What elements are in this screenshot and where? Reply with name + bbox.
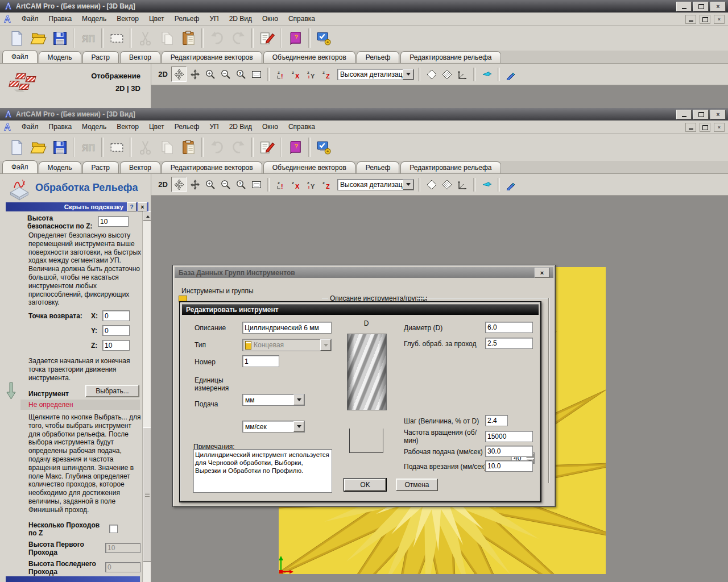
axis-icon-3-button[interactable] <box>304 177 318 192</box>
zoom-fit-button[interactable] <box>249 177 263 192</box>
tab-vector[interactable]: Вектор <box>120 51 160 63</box>
tab-relief-editing[interactable]: Редактирование рельефа <box>400 161 500 173</box>
undo-button[interactable] <box>206 27 228 49</box>
mdi-restore-button[interactable] <box>700 15 710 24</box>
tool-database-dialog-titlebar[interactable]: База Данных Групп Инструментов <box>175 267 553 278</box>
mdi-restore-button[interactable] <box>700 123 710 132</box>
hide-hint-label[interactable]: Скрыть подсказку <box>6 203 127 210</box>
tab-relief[interactable]: Рельеф <box>357 51 400 63</box>
menu-file[interactable]: Файл <box>16 14 44 24</box>
paste-button[interactable] <box>177 136 199 158</box>
menu-window[interactable]: Окно <box>257 122 283 132</box>
diamond-button[interactable] <box>424 177 439 192</box>
tab-relief[interactable]: Рельеф <box>357 161 400 173</box>
cut-button[interactable] <box>134 27 156 49</box>
maximize-button[interactable] <box>693 2 709 11</box>
panel-2d-3d-toggle[interactable]: 2D | 3D <box>115 84 140 93</box>
options-button[interactable] <box>313 27 334 49</box>
menu-toolpaths[interactable]: УП <box>204 122 224 132</box>
tab-file[interactable]: Файл <box>2 160 38 173</box>
menu-2d-view[interactable]: 2D Вид <box>224 122 257 132</box>
pan-button[interactable] <box>171 66 187 82</box>
close-button[interactable]: × <box>535 268 549 278</box>
tab-raster[interactable]: Растр <box>82 161 119 173</box>
plunge-rate-input[interactable] <box>485 460 533 472</box>
select-rect-button[interactable] <box>106 136 127 158</box>
description-input[interactable] <box>242 322 332 334</box>
safe-z-input[interactable] <box>98 216 129 227</box>
diamond-hatch-button[interactable] <box>440 177 454 192</box>
axis-icon-4-button[interactable] <box>320 67 334 81</box>
detail-level-select[interactable]: Высокая детализация <box>337 69 414 80</box>
zoom-in-button[interactable] <box>203 177 217 192</box>
menu-2d-view[interactable]: 2D Вид <box>224 14 257 24</box>
undo-button[interactable] <box>206 136 228 158</box>
zoom-fit-button[interactable] <box>249 67 263 81</box>
ok-button[interactable]: OK <box>344 479 386 491</box>
toolpath-button[interactable] <box>77 27 99 49</box>
number-input[interactable] <box>242 355 279 367</box>
open-button[interactable] <box>27 136 49 158</box>
menu-vector[interactable]: Вектор <box>111 122 144 132</box>
pointer-flag-button[interactable] <box>479 177 494 192</box>
copy-button[interactable] <box>156 27 177 49</box>
redo-button[interactable] <box>228 136 249 158</box>
mdi-close-button[interactable]: × <box>714 15 725 24</box>
view-2d-button[interactable]: 2D <box>156 177 170 192</box>
window1-3d-view[interactable] <box>151 85 728 108</box>
tab-vector-merge[interactable]: Объединение векторов <box>263 161 355 173</box>
tab-vector-editing[interactable]: Редактирование векторов <box>162 161 262 173</box>
menu-vector[interactable]: Вектор <box>111 14 144 24</box>
zoom-object-button[interactable] <box>234 177 248 192</box>
chevron-down-icon[interactable] <box>293 421 304 432</box>
diamond-button[interactable] <box>424 67 439 81</box>
window1-titlebar[interactable]: ArtCAM Pro - (Без имени) - [3D Вид] × <box>0 0 728 13</box>
mdi-close-button[interactable]: × <box>714 123 725 132</box>
new-button[interactable] <box>6 136 27 158</box>
paste-button[interactable] <box>177 27 199 49</box>
pointer-flag-button[interactable] <box>479 67 494 81</box>
pass-depth-input[interactable] <box>485 338 533 349</box>
close-button[interactable]: × <box>710 110 726 119</box>
menu-edit[interactable]: Правка <box>44 14 77 24</box>
zoom-object-button[interactable] <box>234 67 248 81</box>
menu-relief[interactable]: Рельеф <box>169 14 205 24</box>
diameter-input[interactable] <box>485 322 533 333</box>
tab-raster[interactable]: Растр <box>82 51 119 63</box>
feed-rate-input[interactable] <box>485 446 533 457</box>
diamond-hatch-button[interactable] <box>440 67 454 81</box>
zoom-in-button[interactable] <box>203 67 217 81</box>
tab-vector-editing[interactable]: Редактирование векторов <box>162 51 262 63</box>
cancel-button[interactable]: Отмена <box>396 479 438 491</box>
axis-icon-1-button[interactable] <box>274 67 288 81</box>
return-z-input[interactable] <box>102 340 130 351</box>
tab-relief-editing[interactable]: Редактирование рельефа <box>400 51 500 63</box>
tab-vector-merge[interactable]: Объединение векторов <box>263 51 355 63</box>
menu-model[interactable]: Модель <box>77 14 111 24</box>
menu-color[interactable]: Цвет <box>144 14 169 24</box>
maximize-button[interactable] <box>693 110 709 119</box>
menu-model[interactable]: Модель <box>77 122 111 132</box>
save-button[interactable] <box>49 136 71 158</box>
help-button[interactable]: ? <box>127 202 136 211</box>
close-button[interactable]: × <box>710 2 726 11</box>
menu-toolpaths[interactable]: УП <box>204 14 224 24</box>
view-2d-button[interactable]: 2D <box>156 67 170 81</box>
zoom-out-button[interactable] <box>218 67 233 81</box>
assistant-scrollbar[interactable] <box>142 211 151 582</box>
copy-button[interactable] <box>156 136 177 158</box>
zoom-out-button[interactable] <box>218 177 233 192</box>
edit-tool-dialog-titlebar[interactable]: Редактировать инструмент <box>182 304 539 315</box>
minimize-button[interactable] <box>676 110 692 119</box>
multipass-checkbox[interactable] <box>109 525 118 533</box>
chevron-down-icon[interactable] <box>403 180 413 190</box>
select-rect-button[interactable] <box>106 27 127 49</box>
tab-model[interactable]: Модель <box>39 161 81 173</box>
redo-button[interactable] <box>228 27 249 49</box>
axis-icon-1-button[interactable] <box>274 177 288 192</box>
open-button[interactable] <box>27 27 49 49</box>
notes-button[interactable] <box>256 136 278 158</box>
brush-button[interactable] <box>504 177 518 192</box>
chevron-down-icon[interactable] <box>293 394 304 405</box>
window2-titlebar[interactable]: ArtCAM Pro - (Без имени) - [3D Вид] × <box>0 108 728 120</box>
